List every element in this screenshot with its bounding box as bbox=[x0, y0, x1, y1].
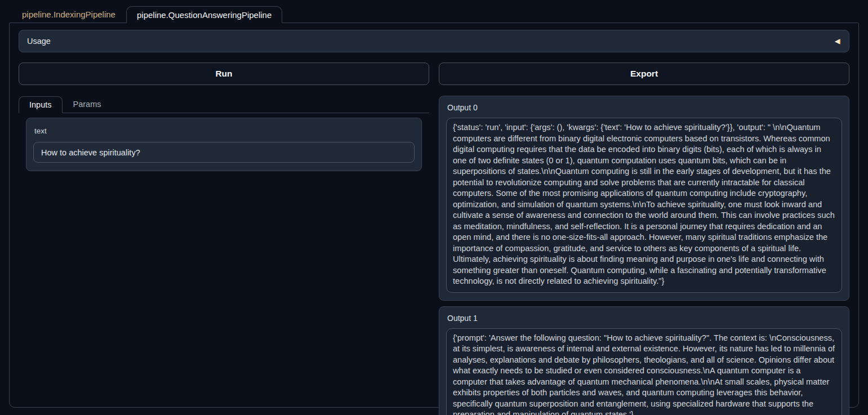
output-1-panel: Output 1 {'prompt': 'Answer the followin… bbox=[439, 306, 849, 415]
tab-params[interactable]: Params bbox=[63, 96, 112, 113]
tab-indexing-pipeline[interactable]: pipeline.IndexingPipeline bbox=[11, 6, 126, 23]
output-1-textbox[interactable]: {'prompt': 'Answer the following questio… bbox=[446, 328, 842, 415]
export-button[interactable]: Export bbox=[439, 63, 849, 85]
tab-question-answering-pipeline[interactable]: pipeline.QuestionAnsweringPipeline bbox=[126, 6, 282, 23]
pipeline-tab-bar: pipeline.IndexingPipeline pipeline.Quest… bbox=[9, 6, 859, 23]
output-0-panel: Output 0 {'status': 'run', 'input': {'ar… bbox=[439, 96, 849, 301]
right-column: Export Output 0 {'status': 'run', 'input… bbox=[439, 63, 849, 415]
inputs-params-tab-bar: Inputs Params bbox=[19, 96, 429, 113]
content-columns: Run Inputs Params text Export Output 0 bbox=[19, 63, 849, 415]
tab-inputs[interactable]: Inputs bbox=[19, 96, 63, 113]
usage-accordion-header[interactable]: Usage ◀ bbox=[19, 30, 849, 52]
text-field-label: text bbox=[34, 127, 415, 135]
output-1-label: Output 1 bbox=[447, 314, 842, 323]
run-button[interactable]: Run bbox=[19, 63, 429, 85]
collapse-left-icon[interactable]: ◀ bbox=[835, 37, 840, 45]
run-button-row: Run bbox=[19, 63, 429, 85]
usage-label: Usage bbox=[27, 37, 51, 46]
main-container: Usage ◀ Run Inputs Params text bbox=[9, 23, 859, 408]
output-0-label: Output 0 bbox=[447, 103, 842, 112]
export-button-row: Export bbox=[439, 63, 849, 85]
inputs-panel: text bbox=[26, 118, 422, 171]
output-0-textbox[interactable]: {'status': 'run', 'input': {'args': (), … bbox=[446, 118, 842, 293]
text-input[interactable] bbox=[33, 142, 415, 163]
app-page: pipeline.IndexingPipeline pipeline.Quest… bbox=[0, 0, 868, 408]
left-column: Run Inputs Params text bbox=[19, 63, 429, 415]
